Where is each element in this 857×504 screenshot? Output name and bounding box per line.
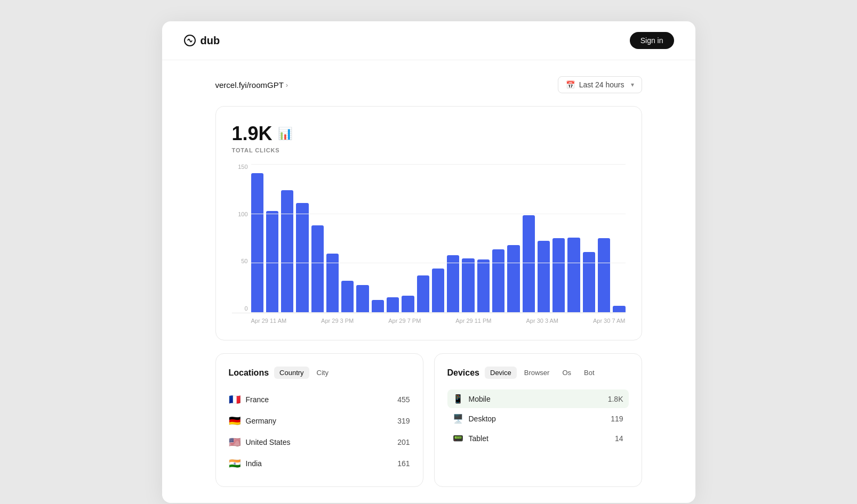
location-row-1: 🇩🇪 Germany 319 (229, 411, 410, 431)
total-clicks-value-row: 1.9K 📊 (232, 123, 626, 145)
location-name-3: India (246, 459, 262, 468)
y-label-150: 150 (238, 164, 247, 170)
bar-18 (523, 215, 535, 313)
y-label-100: 100 (238, 212, 247, 217)
bottom-row: Locations Country City 🇫🇷 France 455 🇩🇪 … (215, 353, 642, 487)
devices-tabs: Device Browser Os Bot (485, 367, 600, 379)
tab-os[interactable]: Os (557, 367, 576, 379)
flag-2: 🇺🇸 (229, 436, 241, 448)
bar-12 (432, 269, 444, 313)
location-list: 🇫🇷 France 455 🇩🇪 Germany 319 🇺🇸 United S… (229, 389, 410, 474)
bar-6 (341, 281, 354, 313)
bar-0 (251, 173, 263, 313)
bars-container (251, 164, 626, 313)
locations-header: Locations Country City (229, 367, 410, 379)
chevron-icon: › (286, 81, 288, 89)
device-icon-0: 📱 (453, 394, 463, 404)
bar-8 (372, 300, 384, 313)
logo: dub (183, 34, 220, 47)
tab-country[interactable]: Country (274, 367, 309, 379)
chart-area: 150 100 50 0 (232, 164, 626, 313)
sign-in-button[interactable]: Sign in (630, 32, 674, 49)
header: dub Sign in (162, 21, 695, 60)
bar-15 (477, 259, 490, 313)
bar-16 (492, 249, 504, 313)
page-link-row: vercel.fyi/roomGPT › 📅 Last 24 hours ▾ (215, 76, 642, 93)
total-clicks-label: TOTAL CLICKS (232, 147, 626, 153)
location-count-1: 319 (397, 417, 410, 425)
location-name-2: United States (246, 438, 291, 446)
device-name-1: Desktop (469, 414, 496, 423)
device-icon-1: 🖥️ (453, 413, 463, 424)
logo-icon (183, 34, 196, 47)
device-row-0: 📱 Mobile 1.8K (447, 389, 629, 408)
location-row-2: 🇺🇸 United States 201 (229, 432, 410, 452)
bar-14 (462, 258, 474, 313)
tab-device[interactable]: Device (485, 367, 517, 379)
y-axis: 150 100 50 0 (232, 164, 248, 313)
location-left-2: 🇺🇸 United States (229, 436, 291, 448)
flag-1: 🇩🇪 (229, 415, 241, 427)
y-label-50: 50 (241, 258, 247, 264)
device-row-2: 📟 Tablet 14 (447, 429, 629, 448)
bar-1 (266, 211, 278, 313)
bar-19 (538, 241, 550, 313)
devices-title: Devices (447, 368, 480, 378)
location-name-0: France (246, 395, 269, 404)
bar-9 (387, 297, 399, 313)
device-count-2: 14 (615, 434, 623, 443)
main-window: dub Sign in vercel.fyi/roomGPT › 📅 Last … (162, 21, 695, 503)
locations-tabs: Country City (274, 367, 334, 379)
tab-bot[interactable]: Bot (579, 367, 600, 379)
bar-4 (311, 225, 324, 313)
device-left-0: 📱 Mobile (453, 394, 491, 404)
location-left-3: 🇮🇳 India (229, 458, 262, 469)
caret-down-icon: ▾ (631, 81, 634, 88)
location-row-0: 🇫🇷 France 455 (229, 389, 410, 410)
locations-title: Locations (229, 368, 269, 378)
x-label-0: Apr 29 11 AM (251, 318, 287, 324)
location-name-1: Germany (246, 417, 277, 425)
x-label-1: Apr 29 3 PM (321, 318, 354, 324)
bar-23 (598, 238, 610, 313)
location-left-1: 🇩🇪 Germany (229, 415, 277, 427)
devices-header: Devices Device Browser Os Bot (447, 367, 629, 379)
x-label-4: Apr 30 3 AM (526, 318, 558, 324)
page-link-text: vercel.fyi/roomGPT (215, 80, 284, 90)
location-count-0: 455 (397, 395, 410, 404)
x-axis: Apr 29 11 AMApr 29 3 PMApr 29 7 PMApr 29… (251, 318, 626, 324)
locations-card: Locations Country City 🇫🇷 France 455 🇩🇪 … (215, 353, 423, 487)
device-list: 📱 Mobile 1.8K 🖥️ Desktop 119 📟 Tablet 14 (447, 389, 629, 448)
tab-browser[interactable]: Browser (519, 367, 555, 379)
main-content: vercel.fyi/roomGPT › 📅 Last 24 hours ▾ 1… (162, 60, 695, 503)
calendar-icon: 📅 (566, 80, 575, 89)
date-filter-label: Last 24 hours (579, 80, 624, 89)
x-label-2: Apr 29 7 PM (388, 318, 421, 324)
bar-13 (447, 255, 459, 313)
bar-24 (613, 306, 625, 313)
bar-21 (567, 238, 580, 313)
x-label-3: Apr 29 11 PM (455, 318, 491, 324)
tab-city[interactable]: City (311, 367, 334, 379)
bar-7 (356, 285, 369, 313)
device-row-1: 🖥️ Desktop 119 (447, 409, 629, 428)
location-count-2: 201 (397, 438, 410, 446)
device-name-2: Tablet (469, 434, 488, 443)
bar-20 (552, 238, 565, 313)
device-count-1: 119 (611, 414, 623, 423)
logo-text: dub (201, 35, 220, 47)
y-label-0: 0 (244, 306, 247, 312)
device-icon-2: 📟 (453, 433, 463, 443)
device-count-0: 1.8K (608, 395, 623, 403)
bar-chart-wrapper: 150 100 50 0 Apr 29 11 AMApr 29 (232, 164, 626, 324)
location-count-3: 161 (397, 459, 410, 468)
bar-2 (281, 190, 293, 313)
device-left-1: 🖥️ Desktop (453, 413, 496, 424)
device-left-2: 📟 Tablet (453, 433, 488, 443)
chart-card: 1.9K 📊 TOTAL CLICKS 150 100 50 0 (215, 106, 642, 340)
devices-card: Devices Device Browser Os Bot 📱 Mobile 1… (434, 353, 642, 487)
page-link[interactable]: vercel.fyi/roomGPT › (215, 80, 289, 90)
date-filter[interactable]: 📅 Last 24 hours ▾ (558, 76, 642, 93)
x-label-5: Apr 30 7 AM (593, 318, 626, 324)
chart-bar-icon: 📊 (278, 127, 292, 141)
